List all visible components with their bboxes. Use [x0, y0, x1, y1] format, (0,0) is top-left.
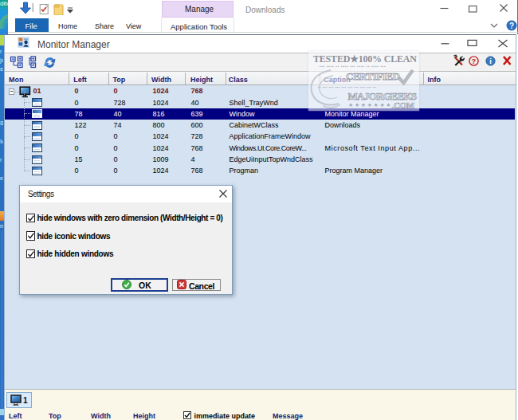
svg-text:i: i: [489, 57, 492, 65]
svg-text:?: ?: [472, 57, 477, 65]
svg-text:?: ?: [509, 22, 514, 30]
